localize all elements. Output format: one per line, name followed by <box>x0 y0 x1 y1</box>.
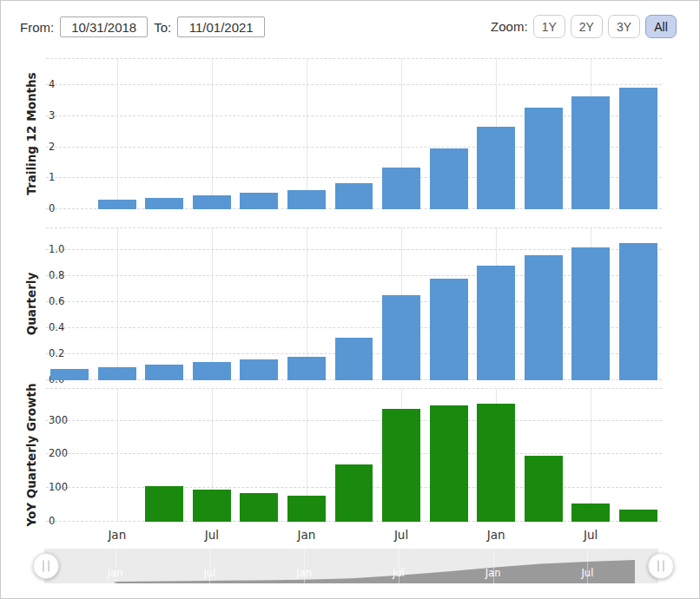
bar[interactable] <box>525 456 563 522</box>
bar[interactable] <box>619 510 657 522</box>
y-tick-label: 0.8 <box>49 269 64 281</box>
navigator-month-label: Jul <box>581 567 593 579</box>
y-tick-label: 1.0 <box>49 243 64 255</box>
bar[interactable] <box>335 183 373 209</box>
bar[interactable] <box>477 127 515 209</box>
x-tick-label: Jan <box>487 528 505 542</box>
bar[interactable] <box>430 279 468 380</box>
bar[interactable] <box>382 168 420 209</box>
navigator-area-shape <box>115 560 635 583</box>
trailing-12-months-plot: 01234 <box>46 58 662 209</box>
bar[interactable] <box>335 338 373 381</box>
date-range-controls: From: To: <box>20 16 265 37</box>
bar[interactable] <box>335 464 373 522</box>
bar[interactable] <box>287 357 326 380</box>
navigator-month-label: Jan <box>485 567 501 579</box>
to-label: To: <box>154 20 171 35</box>
chart-widget: From: To: Zoom: 1Y 2Y 3Y All Trailing 12… <box>0 0 700 599</box>
bar[interactable] <box>619 243 657 380</box>
bar[interactable] <box>193 362 231 380</box>
vertical-gridline <box>117 388 118 522</box>
bar[interactable] <box>571 504 610 522</box>
vertical-gridline <box>591 388 591 522</box>
bar[interactable] <box>50 369 89 381</box>
horizontal-gridline <box>46 327 662 328</box>
vertical-gridline <box>212 58 213 209</box>
horizontal-gridline <box>46 115 662 116</box>
bar[interactable] <box>240 493 278 522</box>
horizontal-gridline <box>46 58 662 59</box>
y-tick-label: 1 <box>49 171 55 183</box>
horizontal-gridline <box>46 147 662 148</box>
bar[interactable] <box>145 365 183 380</box>
y-tick-label: 0.4 <box>49 321 64 333</box>
bar[interactable] <box>193 195 231 209</box>
navigator-month-label: Jan <box>296 567 312 579</box>
navigator-area-chart <box>44 549 658 583</box>
grip-icon <box>43 561 50 572</box>
horizontal-gridline <box>46 453 662 454</box>
x-tick-label: Jan <box>298 528 316 542</box>
y-tick-label: 0 <box>49 202 55 214</box>
bar[interactable] <box>98 200 136 209</box>
bar[interactable] <box>477 266 515 380</box>
bar[interactable] <box>382 295 420 380</box>
bar[interactable] <box>430 405 468 522</box>
horizontal-gridline <box>46 227 662 228</box>
y-tick-label: 2 <box>49 141 55 153</box>
y-tick-label: 0.6 <box>49 295 64 307</box>
yoy-quarterly-growth-plot: 0100200300 <box>46 388 662 522</box>
zoom-button-2y[interactable]: 2Y <box>571 15 603 38</box>
horizontal-gridline <box>46 249 662 250</box>
bar[interactable] <box>287 190 326 209</box>
bar[interactable] <box>287 496 326 522</box>
navigator-month-label: Jul <box>393 567 405 579</box>
bar[interactable] <box>193 490 231 522</box>
horizontal-gridline <box>46 177 662 178</box>
grip-icon <box>658 561 664 572</box>
horizontal-gridline <box>46 420 662 421</box>
range-navigator-track[interactable]: JanJulJanJulJanJul <box>44 549 658 583</box>
bar[interactable] <box>98 367 136 380</box>
zoom-button-3y[interactable]: 3Y <box>608 15 640 38</box>
y-tick-label: 4 <box>49 78 55 90</box>
bar[interactable] <box>240 359 278 380</box>
navigator-left-handle[interactable] <box>33 553 59 579</box>
vertical-gridline <box>117 58 118 209</box>
vertical-gridline <box>307 58 307 209</box>
navigator-right-handle[interactable] <box>648 553 674 579</box>
quarterly-plot: 0.00.20.40.60.81.0 <box>46 227 662 380</box>
y-tick-label: 3 <box>49 109 55 122</box>
bar[interactable] <box>145 198 183 209</box>
bar[interactable] <box>571 247 610 380</box>
y-tick-label: 300 <box>49 414 68 426</box>
horizontal-gridline <box>46 301 662 302</box>
bar[interactable] <box>525 255 563 380</box>
vertical-gridline <box>212 227 213 380</box>
horizontal-gridline <box>46 84 662 85</box>
x-tick-label: Jul <box>584 528 598 542</box>
bar[interactable] <box>430 148 468 209</box>
bar[interactable] <box>240 193 278 209</box>
y-tick-label: 0 <box>49 515 55 527</box>
bar[interactable] <box>145 486 183 522</box>
x-tick-label: Jan <box>108 528 126 542</box>
horizontal-gridline <box>46 388 662 389</box>
from-date-input[interactable] <box>60 16 148 37</box>
vertical-gridline <box>117 227 118 380</box>
bar[interactable] <box>525 108 563 209</box>
to-date-input[interactable] <box>177 16 265 37</box>
zoom-controls: Zoom: 1Y 2Y 3Y All <box>491 15 677 38</box>
bar[interactable] <box>382 409 420 522</box>
zoom-label: Zoom: <box>491 19 528 34</box>
bar[interactable] <box>619 88 657 209</box>
y-tick-label: 200 <box>49 447 68 459</box>
zoom-button-all[interactable]: All <box>645 15 677 38</box>
from-label: From: <box>20 20 54 35</box>
bar[interactable] <box>571 96 610 209</box>
zoom-button-1y[interactable]: 1Y <box>533 15 565 38</box>
y-tick-label: 0.2 <box>49 347 64 359</box>
y-tick-label: 100 <box>49 481 68 493</box>
horizontal-gridline <box>46 275 662 276</box>
bar[interactable] <box>477 404 515 522</box>
